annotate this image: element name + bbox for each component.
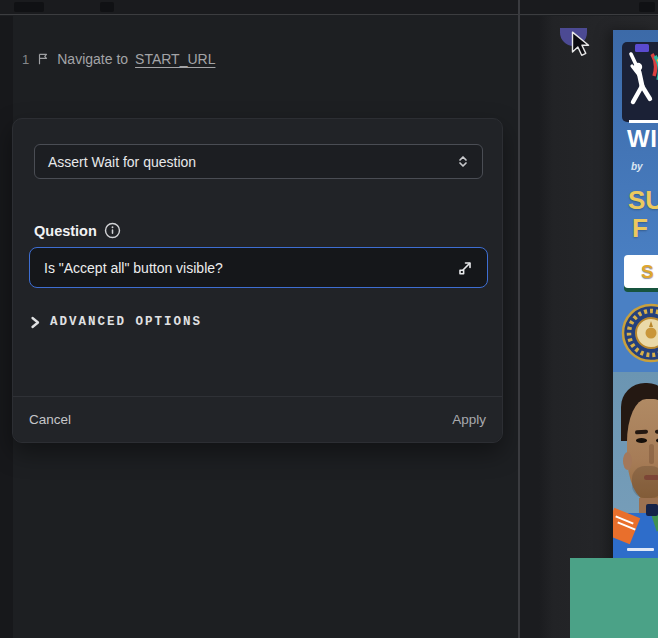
info-icon[interactable] <box>104 222 121 239</box>
mouse-cursor-icon <box>567 30 593 64</box>
jersey-collar <box>646 504 658 516</box>
topbar-tab-hint <box>639 2 655 12</box>
player-mouth <box>644 475 658 480</box>
step-action-label: Navigate to <box>57 51 128 67</box>
question-input[interactable]: Is "Accept all" button visible? <box>29 247 488 288</box>
promo-line-2: F <box>632 214 658 242</box>
chevron-right-icon <box>30 316 40 329</box>
page-screenshot-preview[interactable]: WI by SU F S <box>613 30 658 573</box>
cancel-button[interactable]: Cancel <box>29 412 71 427</box>
question-input-value: Is "Accept all" button visible? <box>44 260 223 276</box>
topbar-tab-hint <box>100 2 114 12</box>
command-select[interactable]: Assert Wait for question <box>34 144 483 179</box>
banner-byline: by <box>631 161 643 172</box>
advanced-options-label: ADVANCED OPTIONS <box>50 315 202 329</box>
banner-rule <box>629 120 658 123</box>
question-label-row: Question <box>34 222 121 239</box>
player-beard <box>632 466 658 498</box>
teal-banner-block <box>570 558 658 638</box>
promo-line-1: SU <box>628 186 658 214</box>
player-eye <box>636 438 647 443</box>
advanced-options-toggle[interactable]: ADVANCED OPTIONS <box>30 315 202 329</box>
step-row-navigate[interactable]: 1 Navigate to START_URL <box>22 51 215 67</box>
player-nose <box>649 444 654 464</box>
player-ear <box>623 452 632 470</box>
chevron-updown-icon <box>457 154 469 169</box>
editor-footer: Cancel Apply <box>13 396 502 442</box>
jersey-sponsor-text <box>627 548 654 551</box>
steps-panel: 1 Navigate to START_URL Assert Wait for … <box>0 16 518 638</box>
promo-headline: SU F <box>628 186 658 242</box>
player-photo <box>613 372 658 573</box>
tournament-logo <box>622 42 658 122</box>
step-number: 1 <box>22 52 29 67</box>
question-label: Question <box>34 223 97 239</box>
apply-button[interactable]: Apply <box>452 412 486 427</box>
signup-cta-button: S <box>624 255 658 288</box>
start-url-link[interactable]: START_URL <box>135 51 215 67</box>
cta-label: S <box>641 261 654 283</box>
expand-icon[interactable] <box>457 260 473 276</box>
preview-panel: WI by SU F S <box>520 16 658 638</box>
step-editor-card: Assert Wait for question Question Is "Ac… <box>12 118 503 443</box>
banner-title: WI <box>627 125 657 153</box>
flag-icon <box>36 52 50 66</box>
topbar-tab-hint <box>14 2 44 12</box>
bcci-emblem <box>618 303 658 369</box>
command-select-value: Assert Wait for question <box>48 154 196 170</box>
top-bar <box>0 0 658 15</box>
